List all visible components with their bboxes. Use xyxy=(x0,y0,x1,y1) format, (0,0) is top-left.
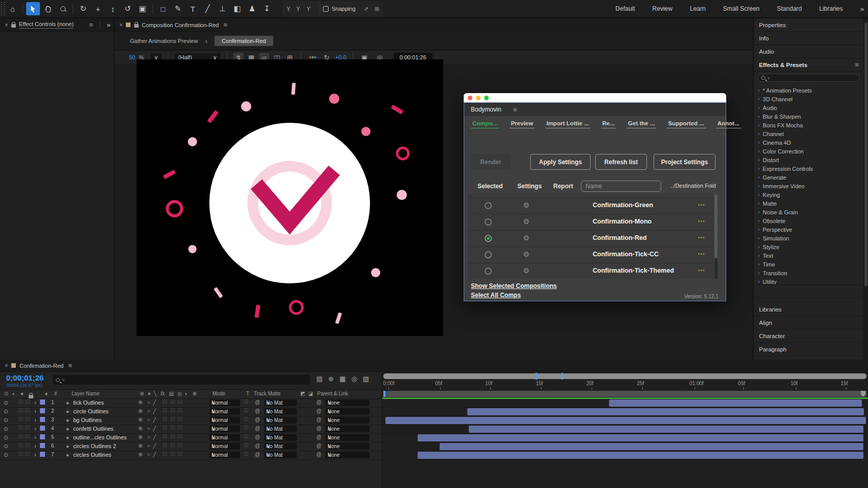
lock-icon[interactable] xyxy=(29,395,33,398)
layer-switch-icon[interactable]: ⊕ xyxy=(138,443,142,449)
category-boris-fx-mocha[interactable]: ›Boris FX Mocha xyxy=(754,121,863,129)
switch-box[interactable] xyxy=(18,434,23,438)
layer-switch-icon[interactable]: ╱ xyxy=(153,452,156,457)
eye-icon[interactable]: ⊙ xyxy=(4,426,8,432)
mode-dropdown[interactable]: Normal∨ xyxy=(209,443,240,450)
switch-box[interactable] xyxy=(170,408,175,412)
layer-duration-bar[interactable] xyxy=(418,434,863,441)
workspace-tab-standard[interactable]: Standard xyxy=(777,5,802,12)
lock-icon[interactable] xyxy=(11,24,16,28)
navigator-handle[interactable] xyxy=(561,373,563,380)
switch-box[interactable] xyxy=(170,443,175,447)
tab-align[interactable]: Align xyxy=(754,316,863,329)
tab-properties[interactable]: Properties xyxy=(754,18,863,32)
layer-name[interactable]: bg Outlines xyxy=(73,417,102,423)
preserve-transparency-box[interactable] xyxy=(244,443,248,447)
comp-row[interactable]: ⚙Confirmation-Mono••• xyxy=(468,214,714,230)
matte-pickwhip-icon[interactable]: @ xyxy=(255,426,260,431)
category-generate[interactable]: ›Generate xyxy=(754,173,863,182)
preserve-transparency-box[interactable] xyxy=(244,408,248,412)
label-color-swatch[interactable] xyxy=(40,426,45,431)
close-icon[interactable]: × xyxy=(119,21,123,29)
twirl-chevron-icon[interactable]: › xyxy=(34,408,36,415)
track-matte-dropdown[interactable]: No Mat∨ xyxy=(264,417,297,424)
column-parent-link[interactable]: Parent & Link xyxy=(317,391,348,396)
switch-box[interactable] xyxy=(170,426,175,430)
eye-icon[interactable]: ⊙ xyxy=(4,434,8,441)
matte-icon[interactable]: ◩ xyxy=(300,391,305,396)
expand-panel-icon[interactable]: » xyxy=(107,21,110,29)
timeline-feature-icon[interactable]: ▤ xyxy=(316,375,322,383)
twirl-chevron-icon[interactable]: › xyxy=(34,399,36,406)
time-ruler[interactable]: 0:00f05f10f15f20f25f01:00f05f10f15f xyxy=(382,380,868,390)
parent-pickwhip-icon[interactable]: @ xyxy=(316,452,321,457)
parent-dropdown[interactable]: None∨ xyxy=(326,400,370,406)
eye-icon[interactable]: ⊙ xyxy=(4,443,8,450)
scrollbar-thumb[interactable] xyxy=(864,23,867,286)
eraser-tool-icon[interactable]: ◧ xyxy=(230,2,244,15)
solo-icon[interactable]: ● xyxy=(20,391,24,396)
bodymovin-tab-get-the-[interactable]: Get the ... xyxy=(626,120,656,128)
parent-dropdown[interactable]: None∨ xyxy=(326,417,370,424)
resize-arrows-icon[interactable]: ⊞ xyxy=(375,6,379,12)
layer-switch-icon[interactable]: ∗ xyxy=(146,400,150,405)
switch-box[interactable] xyxy=(163,408,167,412)
layer-name[interactable]: outline...cles Outlines xyxy=(73,434,127,440)
layer-switch-icon[interactable]: ∗ xyxy=(146,426,150,431)
label-color-swatch[interactable] xyxy=(40,452,45,457)
mode-dropdown[interactable]: Normal∨ xyxy=(209,400,240,406)
layer-switch-icon[interactable]: ⊕ xyxy=(138,400,142,405)
layer-name[interactable]: circle Outlines xyxy=(73,408,108,414)
track-matte-dropdown[interactable]: No Mat∨ xyxy=(264,452,297,458)
layer-switch-icon[interactable]: ╱ xyxy=(153,400,156,405)
eye-icon[interactable]: ⊙ xyxy=(4,417,8,424)
parent-pickwhip-icon[interactable]: @ xyxy=(316,408,321,414)
bodymovin-tab-import-lottie-[interactable]: Import Lottie ... xyxy=(545,120,591,128)
mode-dropdown[interactable]: Normal∨ xyxy=(209,426,240,432)
puppet-pin-tool-icon[interactable]: ↧ xyxy=(260,2,274,15)
category-obsolete[interactable]: ›Obsolete xyxy=(754,216,863,225)
switch-box[interactable] xyxy=(170,400,175,404)
gear-icon[interactable]: ⚙ xyxy=(523,234,530,242)
video-icon[interactable]: ⊙ xyxy=(4,391,8,396)
radio-unselected[interactable] xyxy=(485,268,492,275)
workspace-overflow-icon[interactable]: » xyxy=(860,5,863,13)
parent-dropdown[interactable]: None∨ xyxy=(326,408,370,415)
category-expression-controls[interactable]: ›Expression Controls xyxy=(754,164,863,173)
category-noise-grain[interactable]: ›Noise & Grain xyxy=(754,208,863,216)
selection-tool-icon[interactable] xyxy=(26,2,40,15)
rotation-tool-icon[interactable]: ↺ xyxy=(121,2,135,15)
layer-duration-bar[interactable] xyxy=(418,452,863,459)
switch-box[interactable] xyxy=(18,452,23,456)
breadcrumb-current[interactable]: Confirmation-Red xyxy=(214,36,273,46)
matte-pickwhip-icon[interactable]: @ xyxy=(255,434,260,440)
switch-box[interactable] xyxy=(26,408,30,412)
comp-row[interactable]: ⚙Confirmation-Tick-CC••• xyxy=(468,247,714,263)
collapse-icon[interactable]: ∗ xyxy=(147,391,151,396)
layer-switch-icon[interactable]: ⊕ xyxy=(138,434,142,440)
layer-switch-icon[interactable]: ╱ xyxy=(153,426,156,431)
layer-switch-icon[interactable]: ╱ xyxy=(153,417,156,423)
brush-tool-icon[interactable]: ╱ xyxy=(201,2,214,15)
preserve-transparency-box[interactable] xyxy=(244,426,248,430)
tab-audio[interactable]: Audio xyxy=(754,45,863,58)
radio-unselected[interactable] xyxy=(485,251,492,258)
tab-paragraph[interactable]: Paragraph xyxy=(754,343,863,356)
category-simulation[interactable]: ›Simulation xyxy=(754,234,863,242)
preserve-transparency-box[interactable] xyxy=(244,452,248,456)
panel-menu-icon[interactable]: ≡ xyxy=(89,21,93,29)
category-color-correction[interactable]: ›Color Correction xyxy=(754,147,863,156)
bodymovin-tab-preview[interactable]: Preview xyxy=(509,120,534,128)
composition-canvas[interactable] xyxy=(137,59,443,336)
switch-box[interactable] xyxy=(26,426,30,430)
timeline-feature-icon[interactable]: ⊕ xyxy=(328,375,334,383)
category--animation-presets[interactable]: ›* Animation Presets xyxy=(754,86,863,95)
destination-folder-label[interactable]: ../Destination Fold xyxy=(670,183,725,189)
tab-character[interactable]: Character xyxy=(754,329,863,343)
switch-box[interactable] xyxy=(163,426,167,430)
toolbar-drag-handle[interactable] xyxy=(1,2,5,15)
category-distort[interactable]: ›Distort xyxy=(754,156,863,164)
tab-effects-presets[interactable]: Effects & Presets ≡ xyxy=(754,58,863,72)
layer-row[interactable]: ⊙›7★circles Outlines⊕∗╱Normal∨@No Mat∨@N… xyxy=(0,451,382,460)
category-time[interactable]: ›Time xyxy=(754,260,863,269)
